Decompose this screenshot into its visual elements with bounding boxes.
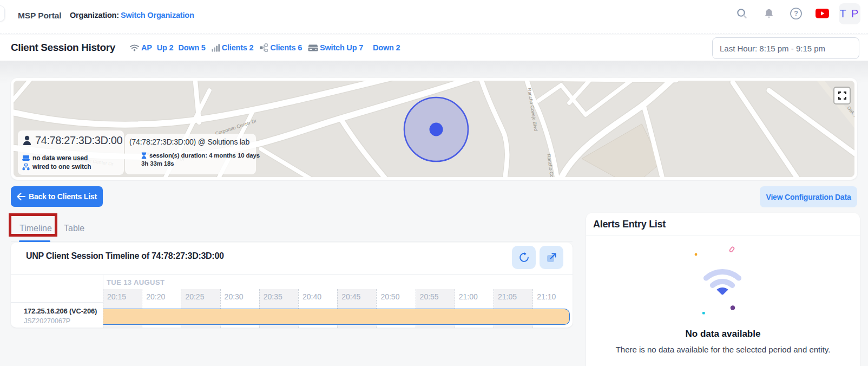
wireless-clients-status[interactable]: Clients 2 bbox=[212, 43, 254, 52]
map-canvas[interactable]: Corporate Center Dr Corporate Center Dr … bbox=[14, 81, 854, 177]
time-tick: 21:00 bbox=[459, 292, 478, 301]
client-summary-panel: 74:78:27:3D:3D:00 no data were used wire… bbox=[18, 130, 124, 175]
hourglass-icon bbox=[141, 152, 147, 159]
session-duration: session(s) duration: 4 months 10 days3h … bbox=[141, 152, 258, 167]
active-tab-indicator bbox=[19, 240, 50, 242]
map-card: Corporate Center Dr Corporate Center Dr … bbox=[11, 78, 857, 180]
user-avatar[interactable]: T P bbox=[839, 3, 860, 24]
device-name: 172.25.16.206 (VC-206) bbox=[24, 307, 97, 315]
client-usage-text: no data were used bbox=[32, 154, 88, 162]
tab-bar: Timeline Table bbox=[11, 217, 573, 241]
confetti-dot-purple bbox=[731, 305, 735, 310]
bell-icon[interactable] bbox=[762, 6, 776, 21]
signal-icon bbox=[212, 44, 220, 52]
timeline-grid: TUE 13 AUGUST 20:15 20:20 20:25 20:30 20… bbox=[11, 274, 573, 328]
brand-title: MSP Portal bbox=[18, 11, 62, 21]
sidebar-toggle-peek[interactable] bbox=[0, 5, 5, 22]
external-link-icon bbox=[546, 252, 557, 263]
confetti-shape-pink bbox=[729, 246, 735, 252]
client-wired-text: wired to one switch bbox=[32, 163, 91, 171]
alerts-card-title: Alerts Entry List bbox=[593, 219, 666, 230]
arrow-left-icon bbox=[17, 193, 25, 200]
time-tick: 20:40 bbox=[303, 292, 321, 301]
top-navigation-bar: MSP Portal Organization: Switch Organiza… bbox=[0, 0, 868, 34]
back-to-clients-button[interactable]: Back to Clients List bbox=[11, 186, 103, 207]
time-tick: 20:50 bbox=[380, 292, 399, 301]
timeline-card-title: UNP Client Session Timeline of 74:78:27:… bbox=[26, 251, 224, 261]
session-duration-line2: 3h 33m 18s bbox=[141, 160, 258, 168]
time-tick: 21:05 bbox=[498, 292, 517, 301]
time-range-selector[interactable]: Last Hour: 8:15 pm - 9:15 pm bbox=[712, 37, 859, 59]
client-usage: no data were used bbox=[22, 154, 88, 162]
no-data-wifi-illustration bbox=[691, 243, 755, 321]
time-tick: 20:35 bbox=[264, 292, 282, 301]
page-title: Client Session History bbox=[11, 42, 115, 54]
alerts-card: Alerts Entry List No data available Ther… bbox=[586, 213, 860, 366]
person-icon bbox=[23, 135, 31, 146]
time-tick: 20:20 bbox=[146, 292, 165, 301]
time-tick: 20:55 bbox=[420, 292, 439, 301]
back-button-label: Back to Clients List bbox=[29, 192, 97, 201]
content-area: Corporate Center Dr Corporate Center Dr … bbox=[0, 61, 868, 366]
timeline-card: UNP Client Session Timeline of 74:78:27:… bbox=[11, 243, 573, 328]
session-summary-panel: (74:78:27:3D:3D:00) @ Solutions lab sess… bbox=[125, 134, 256, 174]
no-data-title: No data available bbox=[586, 329, 860, 339]
organization-link[interactable]: Switch Organization bbox=[121, 11, 194, 19]
stat-clients-wired: Clients 6 bbox=[270, 43, 302, 52]
time-tick: 20:45 bbox=[341, 292, 360, 301]
switch-icon bbox=[308, 44, 318, 52]
timeline-leftcol-header bbox=[11, 275, 103, 303]
youtube-icon[interactable] bbox=[816, 6, 830, 21]
device-serial: JSZ20270067P bbox=[24, 317, 70, 325]
session-bar[interactable] bbox=[103, 309, 570, 325]
ap-status[interactable]: AP Up 2 Down 5 bbox=[129, 43, 206, 52]
no-data-message: There is no data available for the selec… bbox=[586, 345, 860, 354]
wifi-icon bbox=[129, 43, 140, 52]
organization-label: Organization: bbox=[70, 11, 119, 19]
stat-ap-down: Down 5 bbox=[178, 43, 205, 52]
client-mac-address: 74:78:27:3D:3D:00 bbox=[35, 134, 122, 147]
search-icon[interactable] bbox=[735, 6, 749, 21]
avatar-initials: T P bbox=[840, 8, 860, 20]
page-header: Client Session History AP Up 2 Down 5 Cl… bbox=[0, 35, 868, 61]
help-icon[interactable]: ? bbox=[789, 6, 803, 21]
confetti-dot-cyan bbox=[702, 312, 705, 315]
svg-text:?: ? bbox=[794, 10, 798, 17]
laptop-icon bbox=[22, 155, 30, 161]
refresh-icon bbox=[518, 252, 530, 263]
stat-clients-wireless: Clients 2 bbox=[222, 43, 254, 52]
stat-ap-label: AP bbox=[141, 43, 152, 52]
refresh-button[interactable] bbox=[512, 246, 536, 269]
stat-switch-down: Down 2 bbox=[373, 43, 400, 52]
annotation-highlight-box bbox=[9, 213, 57, 237]
confetti-dot-orange bbox=[695, 253, 698, 256]
stat-ap-up: Up 2 bbox=[157, 43, 174, 52]
map-location-marker[interactable] bbox=[430, 123, 443, 136]
time-tick: 20:15 bbox=[107, 292, 126, 301]
topology-icon bbox=[259, 43, 268, 53]
session-duration-line1: session(s) duration: 4 months 10 days bbox=[141, 152, 258, 160]
switch-status[interactable]: Switch Up 7 Down 2 bbox=[308, 43, 400, 52]
client-wired: wired to one switch bbox=[22, 163, 91, 171]
time-tick: 21:10 bbox=[537, 292, 556, 301]
fullscreen-icon bbox=[838, 92, 846, 100]
open-external-button[interactable] bbox=[540, 246, 563, 269]
time-tick: 20:25 bbox=[185, 292, 204, 301]
alerts-divider bbox=[586, 236, 860, 236]
network-icon bbox=[22, 164, 30, 171]
timeline-date-header: TUE 13 AUGUST bbox=[107, 278, 165, 286]
map-fullscreen-button[interactable] bbox=[833, 87, 851, 104]
stat-switch-up: Switch Up 7 bbox=[320, 43, 363, 52]
wired-clients-status[interactable]: Clients 6 bbox=[259, 43, 302, 53]
tab-table[interactable]: Table bbox=[64, 224, 84, 233]
device-status-summary: AP Up 2 Down 5 Clients 2 Clients 6 bbox=[129, 35, 406, 61]
client-location: (74:78:27:3D:3D:00) @ Solutions lab bbox=[129, 138, 249, 146]
time-tick: 20:30 bbox=[225, 292, 244, 301]
view-configuration-button[interactable]: View Configuration Data bbox=[760, 186, 857, 207]
